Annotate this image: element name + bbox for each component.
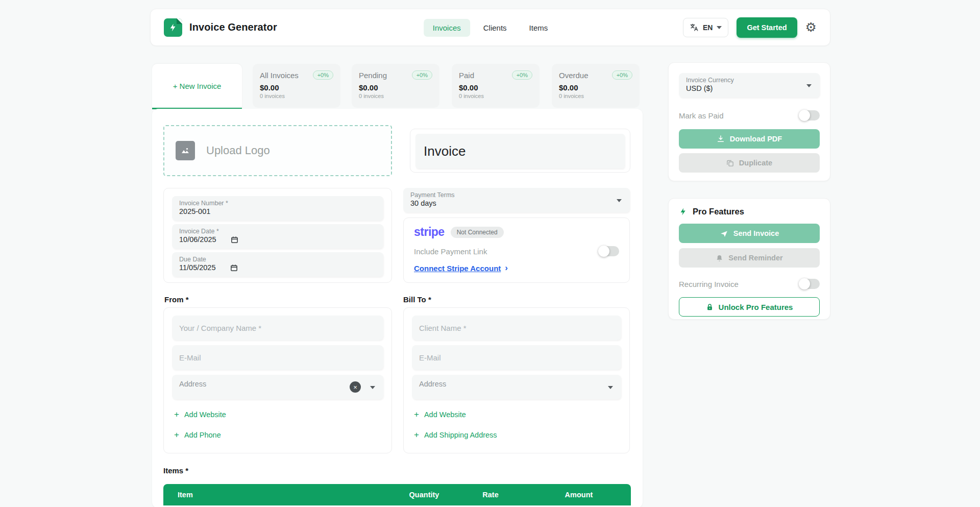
send-invoice-button[interactable]: Send Invoice <box>679 224 820 243</box>
stripe-card: stripe Not Connected Include Payment Lin… <box>403 218 630 283</box>
from-address-label: Address <box>179 380 206 388</box>
header-actions: EN Get Started ⚙ <box>683 17 817 38</box>
pro-features-card: Pro Features Send Invoice Send Reminder … <box>668 198 830 320</box>
add-website-label: Add Website <box>424 411 466 419</box>
calendar-icon[interactable] <box>231 236 238 244</box>
payment-terms-value: 30 days <box>410 199 623 207</box>
translate-icon <box>690 23 699 32</box>
stat-badge: +0% <box>512 70 532 80</box>
mark-as-paid-toggle[interactable] <box>799 110 820 120</box>
column-rate: Rate <box>482 491 498 499</box>
invoice-title-card <box>410 129 630 173</box>
stat-title: Overdue <box>559 71 589 80</box>
gear-icon[interactable]: ⚙ <box>805 21 817 34</box>
due-date-field[interactable]: Due Date 11/05/2025 <box>172 252 383 277</box>
send-invoice-label: Send Invoice <box>733 229 779 237</box>
upload-logo-label: Upload Logo <box>206 144 270 157</box>
client-name-input[interactable] <box>412 316 621 340</box>
chevron-down-icon <box>717 26 722 29</box>
send-icon <box>720 229 728 238</box>
invoice-number-label: Invoice Number * <box>179 200 376 207</box>
duplicate-label: Duplicate <box>739 159 772 167</box>
lock-icon <box>706 303 714 311</box>
stat-card-paid[interactable]: Paid+0% $0.00 0 invoices <box>452 64 540 108</box>
stat-amount: $0.00 <box>260 83 333 92</box>
toggle-knob <box>598 246 609 257</box>
invoice-number-value: 2025-001 <box>179 207 376 215</box>
invoice-currency-select[interactable]: Invoice Currency USD ($) <box>679 73 820 98</box>
chevron-down-icon <box>806 84 812 87</box>
stat-card-pending[interactable]: Pending+0% $0.00 0 invoices <box>352 64 439 108</box>
download-pdf-label: Download PDF <box>730 135 782 143</box>
language-selector[interactable]: EN <box>683 18 728 37</box>
new-invoice-tab[interactable]: + New Invoice <box>152 64 242 109</box>
stat-count: 0 invoices <box>459 93 532 99</box>
stat-badge: +0% <box>612 70 632 80</box>
stat-amount: $0.00 <box>559 83 632 92</box>
stat-amount: $0.00 <box>459 83 532 92</box>
app-logo <box>164 18 182 37</box>
plus-icon: + <box>414 409 419 420</box>
plus-icon: + <box>414 430 419 440</box>
bill-to-heading: Bill To * <box>403 295 431 304</box>
items-heading: Items * <box>163 466 188 475</box>
due-date-label: Due Date <box>179 256 376 263</box>
add-phone-link[interactable]: + Add Phone <box>172 430 383 440</box>
upload-logo-dropzone[interactable]: Upload Logo <box>163 125 392 176</box>
bill-to-address-select[interactable]: Address <box>412 375 621 399</box>
payment-terms-label: Payment Terms <box>410 191 623 199</box>
add-website-link[interactable]: + Add Website <box>172 409 383 420</box>
send-reminder-button[interactable]: Send Reminder <box>679 248 820 268</box>
nav-tab-items[interactable]: Items <box>520 19 557 37</box>
download-pdf-button[interactable]: Download PDF <box>679 129 820 149</box>
bell-icon <box>716 254 723 262</box>
add-shipping-address-label: Add Shipping Address <box>424 431 497 439</box>
download-icon <box>717 135 725 143</box>
from-address-select[interactable]: Address × <box>172 375 383 399</box>
invoice-date-label: Invoice Date * <box>179 228 376 235</box>
stat-title: All Invoices <box>260 71 299 80</box>
invoice-meta-card: Invoice Number * 2025-001 Invoice Date *… <box>163 188 392 283</box>
from-card: Address × + Add Website + Add Phone <box>163 307 392 453</box>
unlock-pro-features-button[interactable]: Unlock Pro Features <box>679 297 820 317</box>
invoice-currency-value: USD ($) <box>686 84 813 92</box>
invoice-number-field[interactable]: Invoice Number * 2025-001 <box>172 196 383 221</box>
bolt-icon <box>679 207 688 216</box>
add-phone-label: Add Phone <box>184 431 221 439</box>
stripe-logo: stripe <box>414 225 445 239</box>
unlock-pro-features-label: Unlock Pro Features <box>719 303 793 311</box>
copy-icon <box>726 159 734 167</box>
invoice-date-value: 10/06/2025 <box>179 235 216 244</box>
stat-card-overdue[interactable]: Overdue+0% $0.00 0 invoices <box>552 64 640 108</box>
clear-icon[interactable]: × <box>350 381 361 393</box>
stat-card-all-invoices[interactable]: All Invoices+0% $0.00 0 invoices <box>253 64 340 108</box>
column-amount: Amount <box>565 491 593 499</box>
stat-badge: +0% <box>313 70 333 80</box>
chevron-down-icon <box>617 199 622 202</box>
add-shipping-address-link[interactable]: + Add Shipping Address <box>412 430 621 440</box>
add-website-label: Add Website <box>184 411 226 419</box>
payment-terms-select[interactable]: Payment Terms 30 days <box>403 188 630 212</box>
invoice-date-field[interactable]: Invoice Date * 10/06/2025 <box>172 224 383 249</box>
pro-features-heading: Pro Features <box>693 207 744 216</box>
invoice-form-card: Upload Logo Invoice Number * 2025-001 In… <box>152 109 643 507</box>
nav-tab-invoices[interactable]: Invoices <box>424 19 470 37</box>
invoice-title-input[interactable] <box>415 134 625 168</box>
from-name-input[interactable] <box>172 316 383 340</box>
client-email-input[interactable] <box>412 345 621 370</box>
recurring-invoice-toggle[interactable] <box>799 279 820 289</box>
image-icon <box>176 141 195 160</box>
connect-stripe-link[interactable]: Connect Stripe Account <box>414 264 501 273</box>
calendar-icon[interactable] <box>230 264 238 272</box>
invoice-actions-card: Invoice Currency USD ($) Mark as Paid Do… <box>668 62 830 181</box>
chevron-right-icon: › <box>505 263 508 273</box>
add-website-link[interactable]: + Add Website <box>412 409 621 420</box>
nav-tab-clients[interactable]: Clients <box>474 19 516 37</box>
duplicate-button[interactable]: Duplicate <box>679 153 820 173</box>
stat-amount: $0.00 <box>359 83 432 92</box>
mark-as-paid-label: Mark as Paid <box>679 111 724 120</box>
stat-title: Pending <box>359 71 387 80</box>
include-payment-link-toggle[interactable] <box>599 246 619 256</box>
from-email-input[interactable] <box>172 345 383 370</box>
get-started-button[interactable]: Get Started <box>737 17 797 38</box>
